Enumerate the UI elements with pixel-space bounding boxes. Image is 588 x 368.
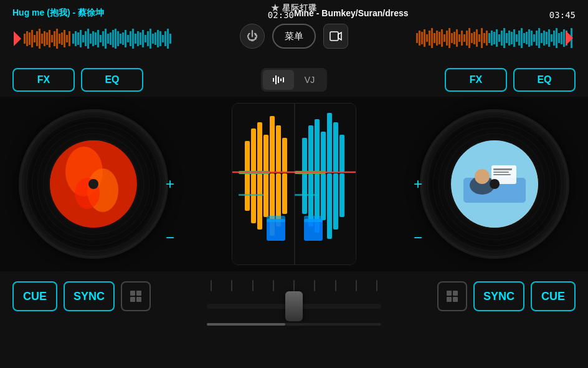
svg-rect-73: [446, 31, 448, 46]
left-track-top: Hug me (抱我) - 蔡徐坤 02:30: [12, 7, 294, 22]
svg-rect-143: [245, 173, 250, 211]
svg-rect-109: [536, 31, 538, 46]
svg-rect-65: [426, 34, 428, 42]
svg-rect-48: [145, 35, 146, 42]
bottom-controls: CUE SYNC: [0, 271, 588, 321]
svg-rect-168: [295, 194, 320, 196]
svg-rect-96: [503, 28, 505, 48]
svg-rect-52: [154, 32, 156, 45]
right-album-art: [451, 140, 538, 228]
waveform-tab[interactable]: [263, 70, 294, 90]
svg-rect-19: [72, 34, 74, 44]
svg-rect-118: [558, 33, 560, 43]
svg-rect-66: [429, 31, 430, 46]
svg-rect-139: [263, 135, 268, 172]
left-grid-icon: [129, 289, 143, 303]
svg-rect-110: [538, 28, 540, 48]
svg-rect-183: [136, 291, 141, 296]
svg-rect-55: [162, 35, 164, 42]
right-minus-button[interactable]: −: [414, 229, 422, 246]
svg-rect-86: [478, 34, 480, 42]
right-grid-icon: [445, 289, 459, 303]
left-fx-button[interactable]: FX: [12, 68, 75, 92]
bottom-progress-track: [207, 323, 381, 326]
svg-rect-79: [461, 31, 463, 46]
svg-rect-56: [164, 31, 166, 46]
svg-rect-27: [92, 31, 94, 46]
tick-5: [293, 280, 295, 291]
left-waveform-svg: [12, 25, 174, 52]
svg-rect-0: [24, 34, 26, 44]
center-controls: ⏻ 菜单: [240, 24, 348, 49]
svg-rect-39: [122, 32, 124, 45]
tick-7: [335, 280, 336, 291]
svg-rect-85: [476, 29, 478, 47]
right-fx-button[interactable]: FX: [445, 68, 507, 92]
svg-rect-125: [275, 75, 277, 84]
svg-rect-36: [115, 29, 116, 49]
svg-rect-182: [130, 291, 135, 296]
svg-rect-117: [556, 28, 557, 48]
right-grid-button[interactable]: [437, 281, 467, 311]
svg-rect-71: [441, 29, 443, 47]
crossfader-thumb[interactable]: [285, 291, 303, 321]
right-turntable[interactable]: [420, 109, 569, 259]
svg-rect-37: [117, 31, 119, 46]
left-sync-button[interactable]: SYNC: [64, 281, 115, 311]
svg-rect-113: [546, 32, 548, 44]
svg-rect-15: [61, 32, 63, 45]
vj-tab[interactable]: VJ: [294, 70, 325, 90]
svg-rect-157: [302, 173, 307, 214]
right-sync-button[interactable]: SYNC: [473, 281, 524, 311]
svg-rect-99: [511, 32, 513, 44]
svg-rect-105: [526, 32, 528, 44]
svg-rect-12: [54, 31, 55, 46]
mixer-center: [168, 97, 420, 271]
svg-rect-136: [245, 141, 250, 172]
left-turntable[interactable]: [19, 109, 168, 259]
svg-rect-102: [518, 31, 520, 46]
right-cue-button[interactable]: CUE: [531, 281, 576, 311]
svg-rect-92: [493, 32, 495, 44]
svg-rect-21: [77, 32, 79, 45]
right-eq-button[interactable]: EQ: [513, 68, 576, 92]
svg-rect-151: [308, 125, 313, 172]
svg-rect-176: [493, 168, 512, 170]
video-button[interactable]: [323, 24, 348, 49]
left-turntable-container: + −: [19, 109, 168, 259]
svg-rect-5: [36, 31, 38, 46]
svg-rect-77: [456, 29, 458, 47]
svg-rect-185: [136, 297, 141, 302]
left-waveform: [12, 25, 174, 55]
tick-8: [356, 280, 357, 291]
main-area: + −: [0, 97, 588, 271]
svg-rect-11: [51, 35, 53, 42]
left-grid-button[interactable]: [121, 281, 151, 311]
svg-rect-114: [548, 29, 550, 47]
tick-6: [314, 280, 315, 291]
right-waveform: [414, 24, 576, 54]
left-eq-button[interactable]: EQ: [81, 68, 143, 92]
svg-rect-30: [100, 35, 102, 42]
svg-rect-98: [508, 31, 510, 46]
svg-rect-7: [41, 34, 43, 44]
svg-rect-169: [267, 219, 285, 241]
svg-rect-81: [466, 31, 468, 46]
right-plus-button[interactable]: +: [414, 175, 422, 193]
svg-rect-49: [147, 31, 149, 46]
menu-button[interactable]: 菜单: [272, 24, 316, 49]
svg-rect-69: [436, 31, 438, 46]
tick-1: [211, 280, 212, 291]
crossfader-track-container: [207, 280, 381, 312]
svg-rect-152: [315, 119, 320, 172]
svg-rect-88: [483, 33, 485, 43]
svg-rect-90: [488, 33, 490, 43]
right-album-art-svg: [451, 140, 538, 228]
left-cue-button[interactable]: CUE: [12, 281, 57, 311]
svg-rect-38: [120, 34, 121, 44]
power-button[interactable]: ⏻: [240, 24, 265, 49]
svg-rect-84: [473, 32, 475, 44]
svg-rect-63: [421, 32, 423, 44]
center-waveform-svg: [232, 104, 356, 265]
left-playhead: [14, 31, 21, 46]
